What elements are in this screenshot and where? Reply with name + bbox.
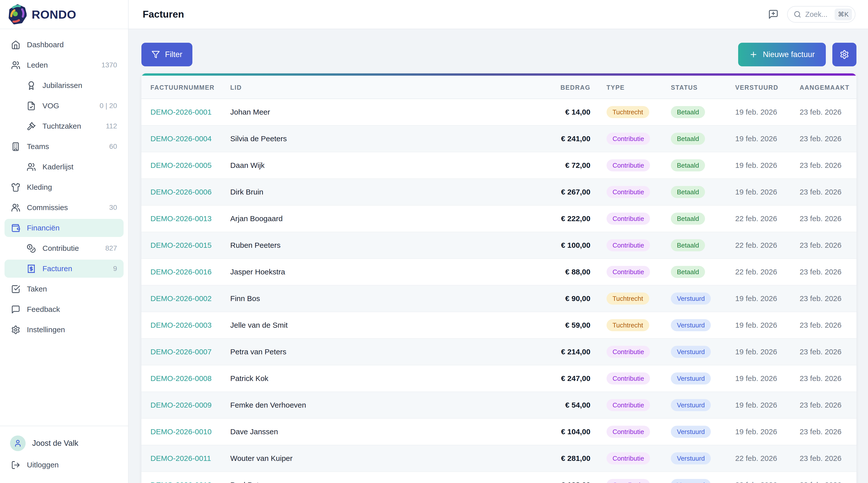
invoice-number-link[interactable]: DEMO-2026-0004 — [150, 134, 212, 143]
user-menu[interactable]: Joost de Valk — [4, 433, 124, 454]
type-badge: Tuchtrecht — [607, 106, 649, 118]
amount-cell: € 72,00 — [507, 152, 601, 179]
sidebar-item-feedback[interactable]: Feedback — [4, 300, 124, 319]
shirt-icon — [11, 183, 20, 192]
sidebar-footer: Joost de Valk Uitloggen — [0, 426, 128, 483]
amount-cell: € 104,00 — [507, 418, 601, 445]
member-name-cell: Silvia de Peeters — [230, 125, 507, 152]
created-date-cell: 23 feb. 2026 — [795, 205, 857, 232]
status-badge: Verstuurd — [671, 399, 711, 411]
topbar: Facturen Zoek... ⌘K — [129, 0, 868, 29]
sidebar-item-kleding[interactable]: Kleding — [4, 178, 124, 196]
table-row: DEMO-2026-0012 Paul Peters € 198,00 Cont… — [142, 472, 857, 483]
users-icon — [27, 162, 36, 172]
sent-date-cell: 19 feb. 2026 — [730, 99, 795, 125]
sent-date-cell: 19 feb. 2026 — [730, 338, 795, 365]
sidebar-item-count: 30 — [109, 204, 117, 212]
invoice-number-link[interactable]: DEMO-2026-0001 — [150, 108, 212, 116]
status-badge: Verstuurd — [671, 293, 711, 305]
sidebar-item-commissies[interactable]: Commissies 30 — [4, 199, 124, 217]
invoice-number-link[interactable]: DEMO-2026-0002 — [150, 294, 212, 303]
sidebar-item-label: Kleding — [27, 183, 52, 191]
sidebar-item-instellingen[interactable]: Instellingen — [4, 321, 124, 339]
invoice-number-link[interactable]: DEMO-2026-0007 — [150, 348, 212, 356]
sent-date-cell: 19 feb. 2026 — [730, 285, 795, 312]
file-check-icon — [27, 101, 36, 111]
invoice-number-link[interactable]: DEMO-2026-0003 — [150, 321, 212, 329]
logout-icon — [11, 460, 20, 470]
invoice-number-link[interactable]: DEMO-2026-0006 — [150, 188, 212, 196]
sidebar-item-label: Financiën — [27, 224, 60, 232]
type-badge: Contributie — [607, 266, 650, 278]
sidebar-item-count: 60 — [109, 143, 117, 151]
amount-cell: € 281,00 — [507, 445, 601, 472]
sent-date-cell: 22 feb. 2026 — [730, 445, 795, 472]
status-badge: Verstuurd — [671, 452, 711, 464]
created-date-cell: 23 feb. 2026 — [795, 179, 857, 205]
invoice-number-link[interactable]: DEMO-2026-0008 — [150, 374, 212, 383]
sidebar-item-count: 1370 — [101, 61, 117, 69]
status-badge: Betaald — [671, 186, 705, 198]
invoice-number-link[interactable]: DEMO-2026-0005 — [150, 161, 212, 170]
sidebar-item-dashboard[interactable]: Dashboard — [4, 36, 124, 54]
sidebar-item-contributie[interactable]: Contributie 827 — [4, 239, 124, 257]
new-invoice-button[interactable]: Nieuwe factuur — [738, 43, 826, 66]
logout-button[interactable]: Uitloggen — [4, 456, 124, 474]
status-badge: Betaald — [671, 133, 705, 145]
sidebar-item-jubilarissen[interactable]: Jubilarissen — [4, 77, 124, 94]
sidebar-item-label: Leden — [27, 61, 48, 69]
table-settings-button[interactable] — [832, 43, 857, 66]
sidebar-item-vog[interactable]: VOG 0 | 20 — [4, 97, 124, 115]
sent-date-cell: 19 feb. 2026 — [730, 392, 795, 418]
sidebar-item-label: Dashboard — [27, 40, 64, 49]
content: Filter Nieuwe factuur — [129, 29, 868, 483]
member-name-cell: Dirk Bruin — [230, 179, 507, 205]
invoice-number-link[interactable]: DEMO-2026-0013 — [150, 214, 212, 223]
sidebar-item-tuchtzaken[interactable]: Tuchtzaken 112 — [4, 117, 124, 135]
new-invoice-button-label: Nieuwe factuur — [763, 50, 815, 59]
sidebar-item-label: Tuchtzaken — [42, 122, 81, 130]
wallet-icon — [11, 223, 20, 233]
table-accent-bar — [142, 73, 857, 76]
column-header-factuurnummer: FACTUURNUMMER — [142, 76, 230, 99]
type-badge: Tuchtrecht — [607, 293, 649, 305]
invoice-number-link[interactable]: DEMO-2026-0009 — [150, 401, 212, 409]
sidebar-item-label: Taken — [27, 285, 47, 293]
amount-cell: € 267,00 — [507, 179, 601, 205]
search-input[interactable]: Zoek... ⌘K — [787, 6, 856, 23]
invoice-number-link[interactable]: DEMO-2026-0015 — [150, 241, 212, 249]
invoice-number-link[interactable]: DEMO-2026-0010 — [150, 427, 212, 436]
user-name: Joost de Valk — [32, 439, 79, 448]
sent-date-cell: 22 feb. 2026 — [730, 232, 795, 259]
search-icon — [794, 10, 801, 18]
member-name-cell: Femke den Verhoeven — [230, 392, 507, 418]
user-icon — [14, 439, 22, 447]
type-badge: Contributie — [607, 346, 650, 358]
feedback-button[interactable] — [768, 9, 779, 20]
sidebar-item-teams[interactable]: Teams 60 — [4, 138, 124, 156]
logout-label: Uitloggen — [27, 461, 59, 469]
filter-button[interactable]: Filter — [142, 43, 192, 66]
invoice-number-link[interactable]: DEMO-2026-0011 — [150, 454, 211, 462]
sidebar-item-leden[interactable]: Leden 1370 — [4, 56, 124, 74]
status-badge: Verstuurd — [671, 426, 711, 438]
column-header-bedrag: BEDRAG — [507, 76, 601, 99]
member-name-cell: Daan Wijk — [230, 152, 507, 179]
created-date-cell: 23 feb. 2026 — [795, 445, 857, 472]
table-row: DEMO-2026-0016 Jasper Hoekstra € 88,00 C… — [142, 259, 857, 285]
created-date-cell: 23 feb. 2026 — [795, 285, 857, 312]
type-badge: Contributie — [607, 133, 650, 145]
sidebar-item-financien[interactable]: Financiën — [4, 219, 124, 237]
amount-cell: € 222,00 — [507, 205, 601, 232]
sidebar-item-facturen[interactable]: Facturen 9 — [4, 260, 124, 278]
sidebar-item-kaderlijst[interactable]: Kaderlijst — [4, 158, 124, 176]
sidebar-item-taken[interactable]: Taken — [4, 280, 124, 298]
gear-icon — [11, 325, 20, 334]
table-row: DEMO-2026-0001 Johan Meer € 14,00 Tuchtr… — [142, 99, 857, 125]
sent-date-cell: 22 feb. 2026 — [730, 259, 795, 285]
invoice-number-link[interactable]: DEMO-2026-0012 — [150, 481, 212, 483]
sent-date-cell: 19 feb. 2026 — [730, 179, 795, 205]
sent-date-cell: 19 feb. 2026 — [730, 125, 795, 152]
member-name-cell: Arjan Boogaard — [230, 205, 507, 232]
invoice-number-link[interactable]: DEMO-2026-0016 — [150, 268, 212, 276]
